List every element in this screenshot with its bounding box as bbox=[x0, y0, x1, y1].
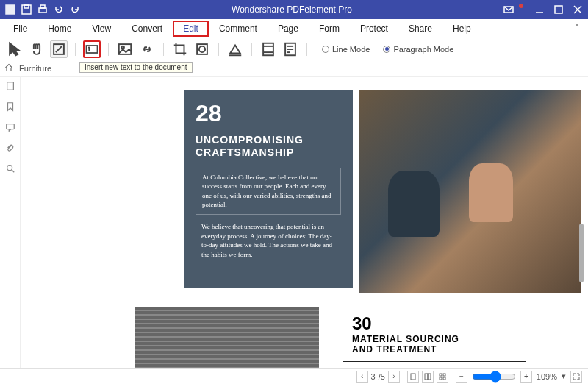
menubar: File Home View Convert Edit Comment Page… bbox=[0, 19, 588, 38]
maximize-icon[interactable] bbox=[553, 4, 564, 15]
doc-text-block-30[interactable]: 30 MATERIAL SOURCING AND TREATMENT bbox=[343, 307, 526, 362]
toolbar-separator bbox=[251, 43, 252, 56]
mail-icon[interactable] bbox=[503, 4, 514, 15]
menu-page[interactable]: Page bbox=[268, 21, 309, 37]
menu-file[interactable]: File bbox=[3, 21, 37, 37]
collapse-ribbon-icon[interactable]: ˄ bbox=[569, 24, 585, 34]
edit-object-tool-icon[interactable] bbox=[50, 40, 68, 58]
svg-rect-35 bbox=[443, 374, 445, 376]
attachments-icon[interactable] bbox=[5, 143, 15, 156]
menu-help[interactable]: Help bbox=[442, 21, 481, 37]
block30-headline: MATERIAL SOURCING AND TREATMENT bbox=[352, 334, 517, 355]
svg-rect-4 bbox=[40, 5, 45, 8]
doc-text-block-28[interactable]: 28 UNCOMPROMISING CRAFTSMANSHIP At Colum… bbox=[184, 90, 353, 288]
page-total: /5 bbox=[379, 372, 385, 381]
document-tab-bar: Furniture Insert new text to the documen… bbox=[0, 60, 588, 77]
toolbar-separator bbox=[108, 43, 109, 56]
document-tab[interactable]: Furniture bbox=[19, 64, 51, 73]
svg-rect-34 bbox=[440, 374, 442, 376]
bookmarks-icon[interactable] bbox=[5, 102, 15, 115]
menu-home[interactable]: Home bbox=[37, 21, 82, 37]
zoom-control: − + 109% ▾ bbox=[456, 371, 582, 383]
menu-edit[interactable]: Edit bbox=[173, 21, 209, 37]
svg-rect-37 bbox=[443, 377, 445, 380]
svg-rect-28 bbox=[6, 124, 14, 129]
svg-rect-36 bbox=[440, 377, 442, 380]
print-icon[interactable] bbox=[37, 4, 49, 15]
block30-number: 30 bbox=[352, 313, 517, 334]
header-footer-tool-icon[interactable] bbox=[259, 40, 277, 58]
comments-icon[interactable] bbox=[5, 122, 15, 135]
save-icon[interactable] bbox=[21, 4, 32, 15]
grid-view-icon[interactable] bbox=[437, 371, 448, 383]
document-canvas[interactable]: 28 UNCOMPROMISING CRAFTSMANSHIP At Colum… bbox=[21, 77, 588, 368]
prev-page-icon[interactable]: ‹ bbox=[356, 371, 368, 383]
titlebar: Wondershare PDFelement Pro bbox=[0, 0, 588, 19]
crop-tool-icon[interactable] bbox=[171, 40, 189, 58]
zoom-out-icon[interactable]: − bbox=[456, 371, 467, 383]
zoom-in-icon[interactable]: + bbox=[520, 371, 532, 383]
thumbnails-icon[interactable] bbox=[5, 81, 15, 94]
quick-access-toolbar bbox=[4, 4, 81, 15]
left-panel-rail bbox=[0, 77, 21, 368]
radio-icon bbox=[383, 46, 390, 53]
hand-tool-icon[interactable] bbox=[28, 40, 46, 58]
close-icon[interactable] bbox=[572, 4, 584, 15]
menu-protect[interactable]: Protect bbox=[350, 21, 398, 37]
block28-para2[interactable]: We believe that uncovering that potentia… bbox=[196, 222, 341, 259]
menu-convert[interactable]: Convert bbox=[121, 21, 173, 37]
menu-comment[interactable]: Comment bbox=[209, 21, 268, 37]
zoom-value[interactable]: 109% bbox=[537, 372, 557, 381]
toolbar-separator bbox=[218, 43, 219, 56]
page-current[interactable]: 3 bbox=[371, 372, 376, 381]
add-text-tool-icon[interactable] bbox=[83, 40, 101, 58]
svg-point-18 bbox=[199, 46, 205, 51]
line-mode-radio[interactable]: Line Mode bbox=[322, 45, 370, 54]
svg-point-16 bbox=[122, 46, 124, 48]
vertical-scrollbar-thumb[interactable] bbox=[579, 224, 584, 282]
link-tool-icon[interactable] bbox=[138, 40, 156, 58]
select-tool-icon[interactable] bbox=[6, 40, 24, 58]
minimize-icon[interactable] bbox=[534, 4, 545, 15]
menu-view[interactable]: View bbox=[82, 21, 121, 37]
background-tool-icon[interactable] bbox=[226, 40, 244, 58]
svg-rect-33 bbox=[428, 374, 431, 380]
svg-rect-0 bbox=[6, 5, 15, 14]
paragraph-mode-radio[interactable]: Paragraph Mode bbox=[383, 45, 453, 54]
svg-rect-20 bbox=[263, 43, 273, 55]
add-image-tool-icon[interactable] bbox=[116, 40, 134, 58]
edit-toolbar: Line Mode Paragraph Mode bbox=[0, 38, 588, 60]
redo-icon[interactable] bbox=[69, 4, 81, 15]
single-page-view-icon[interactable] bbox=[407, 371, 419, 383]
block28-headline: UNCOMPROMISING CRAFTSMANSHIP bbox=[196, 134, 341, 159]
svg-rect-12 bbox=[87, 46, 98, 53]
zoom-slider[interactable] bbox=[472, 371, 516, 383]
svg-rect-27 bbox=[7, 82, 13, 90]
search-icon[interactable] bbox=[5, 163, 15, 177]
doc-image-workshop[interactable] bbox=[359, 90, 581, 293]
svg-rect-1 bbox=[22, 5, 31, 14]
svg-rect-7 bbox=[555, 6, 562, 13]
next-page-icon[interactable]: › bbox=[388, 371, 400, 383]
tooltip: Insert new text to the document bbox=[79, 62, 193, 73]
menu-form[interactable]: Form bbox=[309, 21, 350, 37]
watermark-tool-icon[interactable] bbox=[193, 40, 211, 58]
svg-rect-32 bbox=[425, 374, 428, 380]
block28-para1[interactable]: At Columbia Collective, we believe that … bbox=[196, 168, 341, 215]
svg-rect-3 bbox=[39, 8, 46, 13]
undo-icon[interactable] bbox=[53, 4, 65, 15]
fullscreen-icon[interactable] bbox=[570, 371, 582, 383]
two-page-view-icon[interactable] bbox=[422, 371, 434, 383]
view-mode-group bbox=[407, 371, 448, 383]
bates-number-tool-icon[interactable] bbox=[282, 40, 299, 58]
statusbar: ‹ 3 /5 › − + 109% ▾ bbox=[0, 368, 588, 384]
window-controls bbox=[503, 4, 584, 15]
menu-share[interactable]: Share bbox=[398, 21, 442, 37]
doc-image-perforated[interactable] bbox=[135, 307, 319, 368]
home-icon[interactable] bbox=[4, 63, 13, 74]
radio-icon bbox=[322, 46, 329, 53]
svg-line-11 bbox=[56, 46, 62, 51]
zoom-dropdown-icon[interactable]: ▾ bbox=[562, 371, 566, 381]
page-navigator: ‹ 3 /5 › bbox=[356, 371, 400, 383]
window-title: Wondershare PDFelement Pro bbox=[81, 4, 503, 15]
